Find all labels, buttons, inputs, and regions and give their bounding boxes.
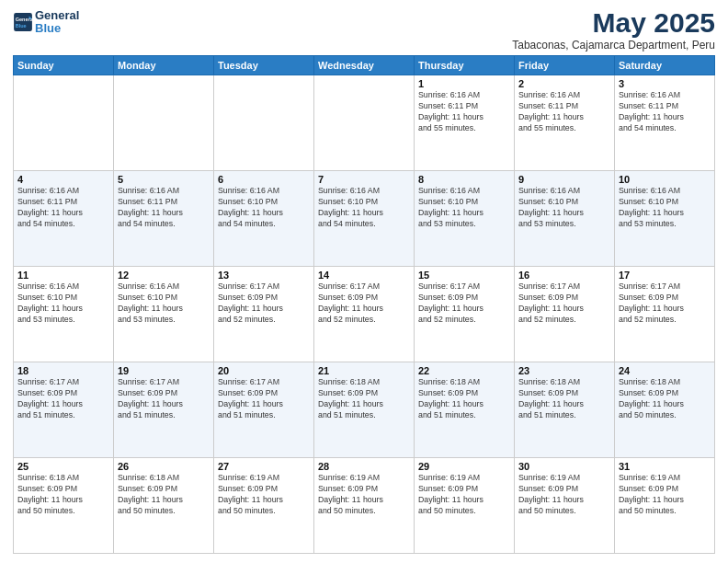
calendar-week-row: 18Sunrise: 6:17 AMSunset: 6:09 PMDayligh… <box>14 362 715 458</box>
column-header-sunday: Sunday <box>14 56 114 75</box>
day-number: 28 <box>318 461 410 472</box>
day-info: Sunrise: 6:16 AMSunset: 6:10 PMDaylight:… <box>418 186 510 230</box>
day-info: Sunrise: 6:16 AMSunset: 6:10 PMDaylight:… <box>318 186 410 230</box>
day-number: 8 <box>418 174 510 185</box>
svg-text:Blue: Blue <box>16 23 27 29</box>
day-info: Sunrise: 6:19 AMSunset: 6:09 PMDaylight:… <box>418 473 510 517</box>
column-header-thursday: Thursday <box>415 56 515 75</box>
calendar-empty-cell <box>214 75 314 171</box>
calendar-day-6: 6Sunrise: 6:16 AMSunset: 6:10 PMDaylight… <box>214 171 314 267</box>
calendar-day-22: 22Sunrise: 6:18 AMSunset: 6:09 PMDayligh… <box>415 362 515 458</box>
day-info: Sunrise: 6:19 AMSunset: 6:09 PMDaylight:… <box>318 473 410 517</box>
day-info: Sunrise: 6:17 AMSunset: 6:09 PMDaylight:… <box>418 282 510 326</box>
day-info: Sunrise: 6:19 AMSunset: 6:09 PMDaylight:… <box>518 473 610 517</box>
day-info: Sunrise: 6:18 AMSunset: 6:09 PMDaylight:… <box>17 473 109 517</box>
column-header-monday: Monday <box>114 56 214 75</box>
calendar-day-25: 25Sunrise: 6:18 AMSunset: 6:09 PMDayligh… <box>14 458 114 554</box>
day-number: 2 <box>518 78 610 89</box>
calendar-day-21: 21Sunrise: 6:18 AMSunset: 6:09 PMDayligh… <box>314 362 415 458</box>
day-info: Sunrise: 6:16 AMSunset: 6:11 PMDaylight:… <box>418 90 510 134</box>
calendar-week-row: 4Sunrise: 6:16 AMSunset: 6:11 PMDaylight… <box>14 171 715 267</box>
calendar-empty-cell <box>14 75 114 171</box>
calendar-day-26: 26Sunrise: 6:18 AMSunset: 6:09 PMDayligh… <box>114 458 214 554</box>
day-info: Sunrise: 6:16 AMSunset: 6:10 PMDaylight:… <box>17 282 109 326</box>
calendar-day-11: 11Sunrise: 6:16 AMSunset: 6:10 PMDayligh… <box>14 267 114 362</box>
calendar-day-23: 23Sunrise: 6:18 AMSunset: 6:09 PMDayligh… <box>515 362 615 458</box>
day-number: 16 <box>518 270 610 281</box>
calendar-day-20: 20Sunrise: 6:17 AMSunset: 6:09 PMDayligh… <box>214 362 314 458</box>
calendar-day-14: 14Sunrise: 6:17 AMSunset: 6:09 PMDayligh… <box>314 267 415 362</box>
day-number: 19 <box>118 365 210 376</box>
calendar-day-17: 17Sunrise: 6:17 AMSunset: 6:09 PMDayligh… <box>615 267 715 362</box>
calendar-day-18: 18Sunrise: 6:17 AMSunset: 6:09 PMDayligh… <box>14 362 114 458</box>
day-info: Sunrise: 6:16 AMSunset: 6:10 PMDaylight:… <box>619 186 711 230</box>
day-number: 9 <box>518 174 610 185</box>
calendar-day-15: 15Sunrise: 6:17 AMSunset: 6:09 PMDayligh… <box>415 267 515 362</box>
day-number: 29 <box>418 461 510 472</box>
day-number: 5 <box>118 174 210 185</box>
day-info: Sunrise: 6:18 AMSunset: 6:09 PMDaylight:… <box>518 377 610 421</box>
day-number: 13 <box>218 270 310 281</box>
day-number: 20 <box>218 365 310 376</box>
calendar-day-12: 12Sunrise: 6:16 AMSunset: 6:10 PMDayligh… <box>114 267 214 362</box>
day-number: 26 <box>118 461 210 472</box>
calendar-week-row: 1Sunrise: 6:16 AMSunset: 6:11 PMDaylight… <box>14 75 715 171</box>
day-number: 15 <box>418 270 510 281</box>
day-info: Sunrise: 6:16 AMSunset: 6:10 PMDaylight:… <box>218 186 310 230</box>
calendar-day-24: 24Sunrise: 6:18 AMSunset: 6:09 PMDayligh… <box>615 362 715 458</box>
calendar-header-row: SundayMondayTuesdayWednesdayThursdayFrid… <box>14 56 715 75</box>
calendar-day-29: 29Sunrise: 6:19 AMSunset: 6:09 PMDayligh… <box>415 458 515 554</box>
calendar-day-5: 5Sunrise: 6:16 AMSunset: 6:11 PMDaylight… <box>114 171 214 267</box>
column-header-friday: Friday <box>515 56 615 75</box>
day-info: Sunrise: 6:18 AMSunset: 6:09 PMDaylight:… <box>118 473 210 517</box>
day-info: Sunrise: 6:17 AMSunset: 6:09 PMDaylight:… <box>518 282 610 326</box>
day-number: 21 <box>318 365 410 376</box>
calendar-day-9: 9Sunrise: 6:16 AMSunset: 6:10 PMDaylight… <box>515 171 615 267</box>
day-number: 27 <box>218 461 310 472</box>
day-info: Sunrise: 6:16 AMSunset: 6:10 PMDaylight:… <box>118 282 210 326</box>
calendar-week-row: 11Sunrise: 6:16 AMSunset: 6:10 PMDayligh… <box>14 267 715 362</box>
logo: General Blue General Blue <box>13 9 79 36</box>
calendar-day-4: 4Sunrise: 6:16 AMSunset: 6:11 PMDaylight… <box>14 171 114 267</box>
column-header-tuesday: Tuesday <box>214 56 314 75</box>
day-number: 4 <box>17 174 109 185</box>
calendar-day-16: 16Sunrise: 6:17 AMSunset: 6:09 PMDayligh… <box>515 267 615 362</box>
header: General Blue General Blue May 2025 Tabac… <box>13 9 715 52</box>
calendar-day-31: 31Sunrise: 6:19 AMSunset: 6:09 PMDayligh… <box>615 458 715 554</box>
calendar-day-10: 10Sunrise: 6:16 AMSunset: 6:10 PMDayligh… <box>615 171 715 267</box>
day-number: 18 <box>17 365 109 376</box>
calendar-day-1: 1Sunrise: 6:16 AMSunset: 6:11 PMDaylight… <box>415 75 515 171</box>
day-info: Sunrise: 6:16 AMSunset: 6:11 PMDaylight:… <box>17 186 109 230</box>
day-info: Sunrise: 6:16 AMSunset: 6:11 PMDaylight:… <box>518 90 610 134</box>
calendar-empty-cell <box>314 75 415 171</box>
day-info: Sunrise: 6:17 AMSunset: 6:09 PMDaylight:… <box>218 377 310 421</box>
logo-text: General Blue <box>35 9 79 36</box>
day-number: 1 <box>418 78 510 89</box>
day-number: 3 <box>619 78 711 89</box>
day-number: 22 <box>418 365 510 376</box>
day-number: 12 <box>118 270 210 281</box>
calendar-day-2: 2Sunrise: 6:16 AMSunset: 6:11 PMDaylight… <box>515 75 615 171</box>
day-info: Sunrise: 6:18 AMSunset: 6:09 PMDaylight:… <box>318 377 410 421</box>
title-block: May 2025 Tabaconas, Cajamarca Department… <box>512 9 715 52</box>
calendar-day-30: 30Sunrise: 6:19 AMSunset: 6:09 PMDayligh… <box>515 458 615 554</box>
day-info: Sunrise: 6:17 AMSunset: 6:09 PMDaylight:… <box>318 282 410 326</box>
day-info: Sunrise: 6:16 AMSunset: 6:11 PMDaylight:… <box>118 186 210 230</box>
calendar-day-28: 28Sunrise: 6:19 AMSunset: 6:09 PMDayligh… <box>314 458 415 554</box>
calendar-table: SundayMondayTuesdayWednesdayThursdayFrid… <box>13 55 715 554</box>
column-header-wednesday: Wednesday <box>314 56 415 75</box>
subtitle: Tabaconas, Cajamarca Department, Peru <box>512 39 715 52</box>
calendar-day-13: 13Sunrise: 6:17 AMSunset: 6:09 PMDayligh… <box>214 267 314 362</box>
day-number: 10 <box>619 174 711 185</box>
month-title: May 2025 <box>512 9 715 37</box>
day-info: Sunrise: 6:17 AMSunset: 6:09 PMDaylight:… <box>619 282 711 326</box>
day-info: Sunrise: 6:17 AMSunset: 6:09 PMDaylight:… <box>17 377 109 421</box>
day-number: 7 <box>318 174 410 185</box>
day-info: Sunrise: 6:17 AMSunset: 6:09 PMDaylight:… <box>218 282 310 326</box>
column-header-saturday: Saturday <box>615 56 715 75</box>
day-info: Sunrise: 6:16 AMSunset: 6:10 PMDaylight:… <box>518 186 610 230</box>
day-info: Sunrise: 6:19 AMSunset: 6:09 PMDaylight:… <box>218 473 310 517</box>
calendar-empty-cell <box>114 75 214 171</box>
day-info: Sunrise: 6:19 AMSunset: 6:09 PMDaylight:… <box>619 473 711 517</box>
calendar-day-7: 7Sunrise: 6:16 AMSunset: 6:10 PMDaylight… <box>314 171 415 267</box>
